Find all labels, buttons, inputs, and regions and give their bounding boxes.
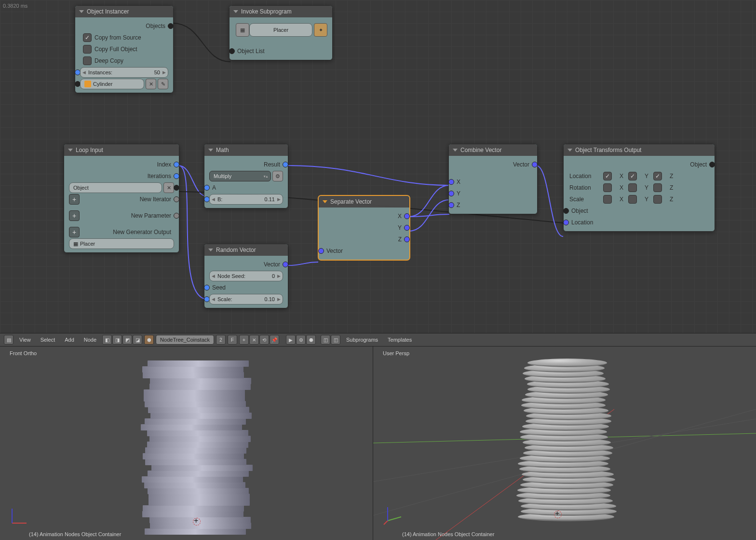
nodetree-selector[interactable]: NodeTree_Coinstack (156, 335, 214, 345)
tool-icon[interactable]: ⚙ (296, 335, 306, 345)
node-header[interactable]: Math (204, 144, 288, 156)
node-header[interactable]: Combine Vector (449, 144, 537, 156)
node-seed-field[interactable]: ◀Node Seed:0▶ (209, 271, 283, 281)
tool-icon[interactable]: ◫ (331, 335, 340, 345)
menu-select[interactable]: Select (37, 337, 59, 343)
socket-a[interactable] (204, 185, 210, 191)
users-count[interactable]: 2 (216, 335, 226, 345)
menu-templates[interactable]: Templates (384, 337, 416, 343)
menu-view[interactable]: View (15, 337, 35, 343)
socket-z-in[interactable] (448, 202, 454, 208)
check-loc-x[interactable] (603, 172, 612, 180)
node-invoke-subprogram[interactable]: Invoke Subprogram ▦ Placer ✦ Object List (229, 5, 333, 60)
tool-icon[interactable]: ◪ (133, 335, 142, 345)
node-object-transforms-output[interactable]: Object Transforms Output Object Location… (563, 144, 715, 232)
clear-button[interactable]: ✕ (163, 182, 174, 193)
object-field[interactable]: Cylinder (80, 79, 144, 89)
socket-index[interactable] (174, 162, 179, 167)
fake-user-button[interactable]: F (228, 335, 237, 345)
socket-x-in[interactable] (448, 179, 454, 185)
tool-icon[interactable]: ⬣ (306, 335, 316, 345)
viewport-status: (14) Animation Nodes Object Container (29, 531, 121, 537)
viewport-status: (14) Animation Nodes Object Container (402, 531, 494, 537)
check-rot-x[interactable] (603, 183, 612, 192)
socket-objects[interactable] (168, 23, 174, 29)
node-loop-input[interactable]: Loop Input Index Iterations Object✕ +New… (64, 144, 179, 253)
node-random-vector[interactable]: Random Vector Vector ◀Node Seed:0▶ Seed … (204, 244, 288, 308)
socket-object[interactable] (174, 185, 179, 191)
socket-vector-in[interactable] (318, 248, 324, 254)
editor-type-icon[interactable]: ▤ (4, 335, 14, 345)
socket-x[interactable] (404, 213, 410, 219)
check-scl-y[interactable] (628, 195, 637, 204)
socket-vector[interactable] (283, 262, 288, 267)
instances-field[interactable]: ◀Instances:50▶ (80, 67, 168, 78)
check-copy-source[interactable] (83, 33, 92, 42)
socket-new-param[interactable] (174, 213, 179, 219)
tool-icon[interactable]: ◫ (321, 335, 330, 345)
b-field[interactable]: ◀B:0.11▶ (209, 194, 283, 205)
tool-icon[interactable]: ✕ (249, 335, 259, 345)
node-header[interactable]: Separate Vector (319, 196, 409, 208)
menu-add[interactable]: Add (61, 337, 78, 343)
menu-node[interactable]: Node (80, 337, 100, 343)
add-iterator-button[interactable]: + (69, 194, 80, 205)
node-header[interactable]: Loop Input (64, 144, 179, 156)
new-button[interactable]: ✦ (314, 23, 327, 37)
socket-object-list[interactable] (229, 48, 235, 54)
viewport-front-ortho[interactable]: Front Ortho (14) Animation Nodes Object … (0, 346, 373, 540)
socket-y-in[interactable] (448, 191, 454, 196)
scale-field[interactable]: ◀Scale:0.10▶ (209, 294, 283, 305)
axis-widget-icon (383, 506, 402, 526)
add-generator-button[interactable]: + (69, 227, 80, 237)
tool-icon[interactable]: ▶ (286, 335, 296, 345)
tool-icon[interactable]: ◩ (122, 335, 132, 345)
socket-seed[interactable] (204, 285, 210, 291)
check-loc-z[interactable] (653, 172, 662, 180)
socket-location-in[interactable] (563, 220, 569, 225)
program-field[interactable]: Placer (249, 23, 312, 37)
object-label-field[interactable]: Object (69, 182, 162, 193)
clear-button[interactable]: ✕ (146, 79, 156, 89)
socket-z[interactable] (404, 236, 410, 242)
node-header[interactable]: Invoke Subprogram (230, 6, 332, 17)
socket-vector-out[interactable] (532, 162, 538, 167)
tool-icon[interactable]: ⬢ (144, 335, 154, 345)
node-math[interactable]: Math Result Multiply⚙ A ◀B:0.11▶ (204, 144, 288, 208)
tool-icon[interactable]: 📌 (270, 335, 279, 345)
tool-icon[interactable]: ◧ (102, 335, 112, 345)
node-editor-area[interactable]: 0.3820 ms Object Instancer Objects Copy … (0, 0, 756, 333)
eyedropper-button[interactable]: ✎ (158, 79, 168, 89)
check-rot-y[interactable] (628, 183, 637, 192)
check-rot-z[interactable] (653, 183, 662, 192)
node-header[interactable]: Object Instancer (75, 6, 173, 17)
grid-icon-button[interactable]: ▦ (236, 23, 249, 37)
tool-icon[interactable]: ⟲ (259, 335, 269, 345)
socket-result[interactable] (283, 162, 288, 167)
tool-icon[interactable]: + (239, 335, 249, 345)
axis-widget-icon (10, 506, 29, 526)
socket-object-in[interactable] (563, 208, 569, 214)
tool-icon[interactable]: ◨ (112, 335, 122, 345)
check-copy-full[interactable] (83, 45, 92, 54)
node-separate-vector[interactable]: Separate Vector X Y Z Vector (318, 195, 410, 260)
check-scl-x[interactable] (603, 195, 612, 204)
node-combine-vector[interactable]: Combine Vector Vector X Y Z (448, 144, 538, 214)
menu-subprograms[interactable]: Subprograms (342, 337, 382, 343)
check-loc-y[interactable] (628, 172, 637, 180)
socket-iterations[interactable] (174, 173, 179, 179)
operation-select[interactable]: Multiply (209, 171, 271, 181)
viewport-user-persp[interactable]: User Persp (14) Animation Nodes Object C… (373, 346, 756, 540)
cursor-3d-icon (552, 508, 563, 520)
check-scl-z[interactable] (653, 195, 662, 204)
add-parameter-button[interactable]: + (69, 210, 80, 221)
node-header[interactable]: Random Vector (204, 244, 288, 256)
check-deep-copy[interactable] (83, 56, 92, 65)
settings-button[interactable]: ⚙ (272, 171, 283, 181)
loop-name-field[interactable]: ▦Placer (69, 238, 174, 249)
socket-object-out[interactable] (709, 162, 715, 167)
node-object-instancer[interactable]: Object Instancer Objects Copy from Sourc… (75, 5, 174, 93)
node-header[interactable]: Object Transforms Output (564, 144, 715, 156)
socket-new-iter[interactable] (174, 196, 179, 202)
socket-y[interactable] (404, 225, 410, 231)
